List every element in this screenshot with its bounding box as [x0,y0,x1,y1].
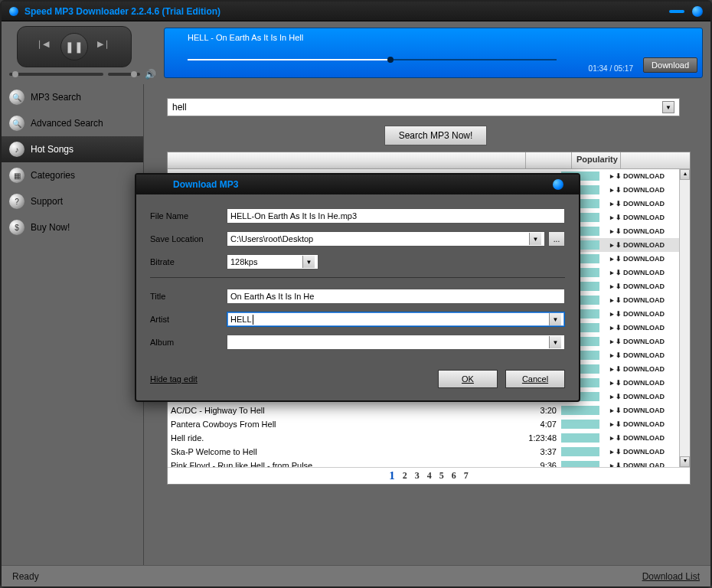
download-arrow-icon: ⬇ [616,227,622,235]
col-length[interactable] [526,152,572,168]
titlebar[interactable]: Speed MP3 Downloader 2.2.4.6 (Trial Edit… [2,2,710,21]
download-link[interactable]: ▸⬇DOWNLOAD [610,420,679,428]
music-icon: ♪ [9,142,24,157]
download-link[interactable]: ▸⬇DOWNLOAD [610,186,679,194]
label-save-location: Save Location [150,234,227,243]
play-icon: ▸ [610,214,614,221]
download-link[interactable]: ▸⬇DOWNLOAD [610,393,679,400]
play-icon: ▸ [610,283,614,290]
download-link[interactable]: ▸⬇DOWNLOAD [610,172,679,180]
table-row[interactable]: Hell ride.1:23:48▸⬇DOWNLOAD [168,431,679,445]
progress-bar[interactable] [188,59,557,60]
table-row[interactable]: Ska-P Welcome to Hell3:37▸⬇DOWNLOAD [168,445,679,459]
bitrate-combo[interactable]: 128kps▼ [227,254,318,270]
download-link[interactable]: ▸⬇DOWNLOAD [610,338,679,345]
download-link[interactable]: ▸⬇DOWNLOAD [610,324,679,332]
results-header: Popularity [168,152,690,169]
prev-track-button[interactable]: ❘◀ [36,39,51,54]
page-link[interactable]: 3 [415,470,420,482]
download-link[interactable]: ▸⬇DOWNLOAD [610,200,679,207]
popularity-bar [561,461,599,467]
download-link[interactable]: ▸⬇DOWNLOAD [610,310,679,318]
download-link[interactable]: ▸⬇DOWNLOAD [610,462,679,467]
close-orb-button[interactable] [692,6,703,17]
playback-deck: ❘◀ ❚❚ ▶❘ [17,26,132,67]
page-link[interactable]: 5 [439,470,444,482]
chevron-down-icon[interactable]: ▼ [302,256,315,268]
play-icon: ▸ [610,172,614,180]
play-icon: ▸ [610,379,614,387]
file-name-input[interactable] [227,208,565,224]
sidebar-item-label: Categories [31,170,75,181]
download-link[interactable]: ▸⬇DOWNLOAD [610,448,679,456]
pause-button[interactable]: ❚❚ [60,33,88,60]
download-list-link[interactable]: Download List [642,571,700,582]
album-combo[interactable]: ▼ [227,335,565,350]
download-arrow-icon: ⬇ [616,269,622,276]
chevron-down-icon[interactable]: ▼ [662,101,674,113]
dialog-close-orb[interactable] [553,179,563,190]
col-download[interactable] [621,152,690,168]
sidebar-item-buy-now[interactable]: $Buy Now! [2,214,143,240]
browse-button[interactable]: ... [548,231,565,247]
download-arrow-icon: ⬇ [616,241,622,249]
play-icon: ▸ [610,269,614,276]
vertical-scrollbar[interactable]: ▴ ▾ [679,169,690,467]
search-input[interactable]: hell ▼ [167,98,680,116]
sidebar-item-support[interactable]: ?Support [2,188,143,214]
hide-tag-edit-link[interactable]: Hide tag edit [150,374,198,384]
download-link[interactable]: ▸⬇DOWNLOAD [610,227,679,235]
volume-icon[interactable]: 🔊 [145,69,156,80]
sidebar-item-advanced-search[interactable]: 🔍Advanced Search [2,110,143,136]
sidebar-item-mp3-search[interactable]: 🔍MP3 Search [2,84,143,110]
play-icon: ▸ [610,200,614,207]
chevron-down-icon[interactable]: ▼ [549,336,561,348]
title-input[interactable] [227,289,565,304]
cart-icon: $ [9,220,24,235]
page-link[interactable]: 1 [389,469,395,482]
table-row[interactable]: Pink Floyd - Run like Hell - from Pulse9… [168,459,679,467]
download-link[interactable]: ▸⬇DOWNLOAD [610,255,679,263]
sidebar-item-hot-songs[interactable]: ♪Hot Songs [2,136,143,162]
play-icon: ▸ [610,227,614,235]
ok-button[interactable]: OK [438,370,498,388]
col-title[interactable] [168,152,526,168]
sidebar-item-categories[interactable]: ▦Categories [2,162,143,188]
scroll-down-button[interactable]: ▾ [680,456,690,467]
save-location-combo[interactable]: C:\Users\root\Desktop▼ [227,231,545,247]
chevron-down-icon[interactable]: ▼ [529,233,541,245]
page-link[interactable]: 6 [452,470,456,482]
download-current-button[interactable]: Download [643,57,697,73]
volume-slider[interactable] [108,73,140,76]
page-link[interactable]: 4 [427,470,432,482]
minimize-button[interactable] [669,10,684,13]
table-row[interactable]: AC/DC - Highway To Hell3:20▸⬇DOWNLOAD [168,403,679,417]
chevron-down-icon[interactable]: ▼ [549,313,561,325]
page-link[interactable]: 7 [464,470,469,482]
download-link[interactable]: ▸⬇DOWNLOAD [610,365,679,373]
popularity-bar [561,420,599,429]
artist-combo[interactable]: HELL▼ [227,312,565,327]
search-button[interactable]: Search MP3 Now! [384,126,488,145]
download-arrow-icon: ⬇ [616,324,622,332]
download-arrow-icon: ⬇ [616,462,622,467]
download-link[interactable]: ▸⬇DOWNLOAD [610,434,679,442]
download-link[interactable]: ▸⬇DOWNLOAD [610,407,679,414]
download-link[interactable]: ▸⬇DOWNLOAD [610,379,679,387]
page-link[interactable]: 2 [403,470,407,482]
download-link[interactable]: ▸⬇DOWNLOAD [610,351,679,359]
col-popularity[interactable]: Popularity [572,152,621,168]
table-row[interactable]: Pantera Cowboys From Hell4:07▸⬇DOWNLOAD [168,417,679,431]
download-link[interactable]: ▸⬇DOWNLOAD [610,241,679,249]
download-link[interactable]: ▸⬇DOWNLOAD [610,296,679,304]
play-icon: ▸ [610,186,614,194]
dialog-titlebar[interactable]: Download MP3 [136,175,579,194]
scroll-up-button[interactable]: ▴ [680,169,690,180]
download-link[interactable]: ▸⬇DOWNLOAD [610,269,679,276]
download-arrow-icon: ⬇ [616,255,622,263]
download-link[interactable]: ▸⬇DOWNLOAD [610,214,679,221]
download-link[interactable]: ▸⬇DOWNLOAD [610,283,679,290]
seek-slider[interactable] [9,73,103,76]
next-track-button[interactable]: ▶❘ [97,39,113,54]
cancel-button[interactable]: Cancel [505,370,565,388]
